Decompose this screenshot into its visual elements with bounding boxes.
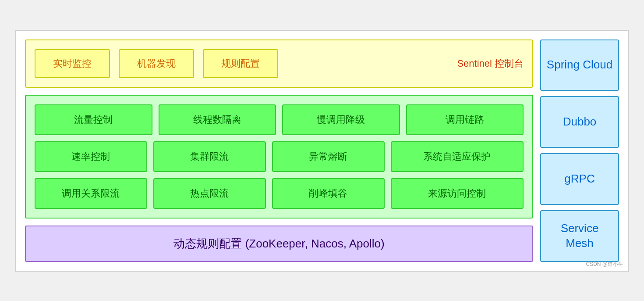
features-section: 流量控制 线程数隔离 慢调用降级 调用链路 速率控制 集群限流 异常熔断 系统自…: [25, 95, 533, 219]
feature-source-access: 来源访问控制: [391, 178, 524, 209]
features-row-2: 速率控制 集群限流 异常熔断 系统自适应保护: [35, 141, 524, 172]
sentinel-label: Sentinel 控制台: [457, 57, 524, 70]
sidebar-dubbo: Dubbo: [540, 96, 619, 148]
feature-call-chain: 调用链路: [406, 104, 524, 135]
sentinel-boxes: 实时监控 机器发现 规则配置: [35, 49, 448, 78]
sentinel-box-config: 规则配置: [203, 49, 278, 78]
feature-thread-isolation: 线程数隔离: [159, 104, 276, 135]
sentinel-box-monitor: 实时监控: [35, 49, 110, 78]
diagram-container: 实时监控 机器发现 规则配置 Sentinel 控制台 流量控制 线程数隔离 慢…: [15, 30, 629, 272]
feature-relation-limit: 调用关系限流: [35, 178, 147, 209]
feature-flow-control: 流量控制: [35, 104, 152, 135]
features-row-1: 流量控制 线程数隔离 慢调用降级 调用链路: [35, 104, 524, 135]
feature-exception-break: 异常熔断: [272, 141, 385, 172]
sentinel-section: 实时监控 机器发现 规则配置 Sentinel 控制台: [25, 39, 533, 88]
features-row-3: 调用关系限流 热点限流 削峰填谷 来源访问控制: [35, 178, 524, 209]
sentinel-box-discovery: 机器发现: [119, 49, 194, 78]
sidebar-spring-cloud: Spring Cloud: [540, 39, 619, 91]
watermark: CSDN @道小生: [586, 261, 623, 268]
main-area: 实时监控 机器发现 规则配置 Sentinel 控制台 流量控制 线程数隔离 慢…: [25, 39, 533, 262]
dynamic-section: 动态规则配置 (ZooKeeper, Nacos, Apollo): [25, 226, 533, 262]
right-sidebar: Spring Cloud Dubbo gRPC Service Mesh: [540, 39, 619, 262]
feature-system-protect: 系统自适应保护: [391, 141, 524, 172]
feature-cluster-limit: 集群限流: [153, 141, 266, 172]
sidebar-service-mesh: Service Mesh: [540, 210, 619, 262]
sidebar-grpc: gRPC: [540, 153, 619, 205]
feature-slow-degrade: 慢调用降级: [282, 104, 400, 135]
feature-rate-control: 速率控制: [35, 141, 147, 172]
feature-hotspot-limit: 热点限流: [153, 178, 266, 209]
feature-peak-shaving: 削峰填谷: [272, 178, 385, 209]
